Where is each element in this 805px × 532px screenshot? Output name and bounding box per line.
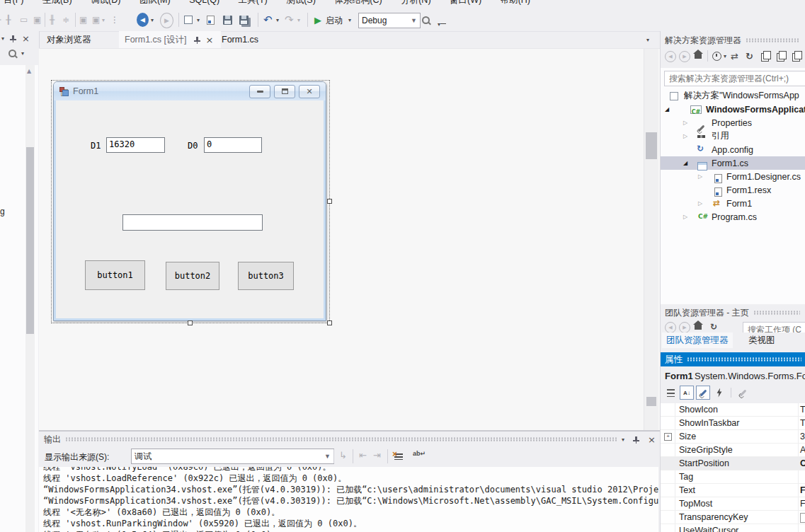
start-debug-label[interactable]: 启动 [326, 15, 343, 29]
undo-dropdown-icon[interactable]: ▾ [276, 13, 279, 27]
sync-view-icon[interactable]: ⇄ [731, 51, 738, 62]
menu-item-test[interactable]: 测试(S) [286, 0, 316, 6]
menu-item-window[interactable]: 窗口(W) [450, 0, 481, 6]
work-item-search-input[interactable] [746, 324, 805, 332]
se-back-icon[interactable]: ◀ [665, 51, 676, 62]
menu-item-team[interactable]: 团队(M) [139, 0, 171, 6]
menu-item-tools[interactable]: 工具(T) [239, 0, 268, 6]
tab-close-icon[interactable]: × [206, 35, 214, 45]
window-position-icon[interactable]: ▾ [622, 436, 624, 443]
tab-list-dropdown-icon[interactable]: ▾ [646, 37, 649, 43]
property-row[interactable]: Tag [661, 470, 805, 484]
properties-window-icon[interactable] [792, 53, 800, 62]
chevron-down-icon[interactable]: ▾ [102, 13, 105, 27]
search-dropdown-icon[interactable]: ▾ [21, 50, 24, 57]
tree-item-resx[interactable]: Form1.resx [661, 183, 805, 197]
tree-item-designer[interactable]: ▷ Form1.Designer.cs [661, 170, 805, 183]
refresh-icon[interactable]: ↻ [746, 51, 753, 62]
resize-handle-corner[interactable] [327, 320, 332, 325]
textbox-d0[interactable]: 0 [204, 137, 262, 153]
property-pages-icon[interactable] [736, 386, 750, 400]
pin-icon[interactable] [633, 436, 639, 444]
tree-item-appconfig[interactable]: ↻ App.config [661, 143, 805, 156]
undo-icon[interactable]: ↶ [263, 13, 273, 27]
collapsed-arrow-icon[interactable]: ▷ [698, 200, 702, 207]
close-icon[interactable]: × [648, 435, 656, 444]
collapsed-arrow-icon[interactable]: ▷ [683, 214, 687, 220]
start-debug-icon[interactable]: ▶ [314, 13, 321, 27]
show-all-files-icon[interactable] [777, 53, 784, 62]
te-home-icon[interactable] [695, 325, 702, 330]
designed-form[interactable]: Form1 ✕ D1 16320 D0 0 button1 [53, 81, 326, 321]
properties-title-bar[interactable]: 属性 [661, 352, 805, 366]
title-grip-dots[interactable] [753, 311, 800, 315]
send-back-icon[interactable]: ▣ [92, 13, 100, 27]
form-selection-outline[interactable]: Form1 ✕ D1 16320 D0 0 button1 [51, 80, 330, 323]
form-minimize-button[interactable] [249, 85, 270, 98]
save-all-icon[interactable] [239, 13, 249, 27]
window-position-icon[interactable]: ▾ [1, 35, 4, 42]
word-wrap-icon[interactable]: ab↵ [413, 450, 426, 457]
button2[interactable]: button2 [166, 262, 219, 290]
start-dropdown-icon[interactable]: ▾ [348, 13, 351, 27]
resize-handle-right[interactable] [327, 199, 332, 204]
textbox-d1[interactable]: 16320 [106, 137, 165, 153]
editor-scrollbar-track[interactable] [644, 49, 658, 430]
tree-item-references[interactable]: ▷ 引用 [661, 129, 805, 143]
tab-form1-design[interactable]: Form1.cs [设计] × [119, 31, 221, 48]
property-row[interactable]: TopMostF [661, 497, 805, 511]
align-left-icon[interactable]: ┠ [0, 13, 1, 27]
alphabetical-icon[interactable]: A↓ [680, 386, 694, 400]
same-size-icon[interactable]: ▣ [33, 13, 41, 27]
button3[interactable]: button3 [238, 262, 294, 290]
resize-handle-bottom[interactable] [188, 320, 193, 325]
properties-view-icon[interactable] [696, 386, 710, 400]
property-row[interactable]: ShowIconT [661, 403, 805, 417]
textbox-middle[interactable] [122, 214, 263, 231]
size-to-grid-icon[interactable]: ▭ [20, 13, 28, 27]
se-forward-icon[interactable]: ▶ [679, 51, 690, 62]
tab-object-browser[interactable]: 对象浏览器 [41, 31, 97, 48]
bring-front-icon[interactable]: ▣ [79, 13, 87, 27]
add-item-icon[interactable] [207, 13, 215, 27]
property-row[interactable]: TransparencyKey [661, 511, 805, 524]
collapsed-arrow-icon[interactable]: ▷ [698, 173, 702, 180]
panel-tab-team-explorer[interactable]: 团队资源管理器 [662, 332, 733, 348]
menu-item-sql[interactable]: SQL(Q) [189, 0, 219, 5]
te-back-icon[interactable]: ◀ [665, 322, 676, 332]
expanded-arrow-icon[interactable]: ◢ [683, 160, 687, 166]
tree-item-properties[interactable]: ▷ Properties [661, 116, 805, 129]
close-icon[interactable]: × [22, 34, 30, 43]
menu-item-architecture[interactable]: 体系结构(C) [334, 0, 382, 6]
form-close-button[interactable]: ✕ [299, 85, 320, 98]
events-icon[interactable] [712, 386, 726, 400]
goto-message-icon[interactable]: ↳ [339, 450, 347, 461]
label-d1[interactable]: D1 [91, 141, 101, 151]
solution-search-input[interactable] [668, 73, 805, 84]
property-row[interactable]: TextF [661, 484, 805, 497]
expanded-arrow-icon[interactable]: ◢ [665, 106, 669, 112]
scrollbar-up-icon[interactable]: ▲ [27, 68, 31, 74]
panel-tab-class-view[interactable]: 类视图 [744, 332, 780, 348]
tree-item-form1-class[interactable]: ▷ ⇄ Form1 [661, 197, 805, 210]
pin-icon[interactable] [10, 35, 16, 42]
te-forward-icon[interactable]: ▶ [679, 322, 690, 332]
solution-search-box[interactable] [664, 71, 805, 86]
property-row[interactable]: UseWaitCursor [661, 524, 805, 532]
solution-configurations-combo[interactable]: Debug ▼ [358, 13, 421, 28]
output-log[interactable]: 线程 'vshost.NotifyLoad' (0x89c0) 已退出，返回值为… [39, 467, 658, 532]
work-item-search-box[interactable] [743, 322, 805, 332]
form-maximize-button[interactable] [274, 85, 295, 98]
menu-item-build[interactable]: 生成(B) [42, 0, 72, 6]
pending-changes-icon[interactable] [712, 52, 721, 61]
property-row-selected[interactable]: StartPositionC [661, 457, 805, 470]
menu-item-file[interactable]: 目(F) [4, 0, 23, 6]
output-source-combo[interactable]: 调试 ▼ [131, 449, 334, 464]
title-grip-dots[interactable] [746, 38, 800, 42]
tab-form1-code[interactable]: Form1.cs [216, 31, 264, 48]
editor-scrollbar-box[interactable] [646, 397, 656, 406]
property-row[interactable]: +Size3 [661, 430, 805, 444]
tree-item-form1cs[interactable]: ◢ Form1.cs [661, 156, 805, 170]
menu-item-analyze[interactable]: 分析(N) [401, 0, 430, 6]
vert-spacing-icon[interactable]: ≑ [62, 13, 69, 27]
